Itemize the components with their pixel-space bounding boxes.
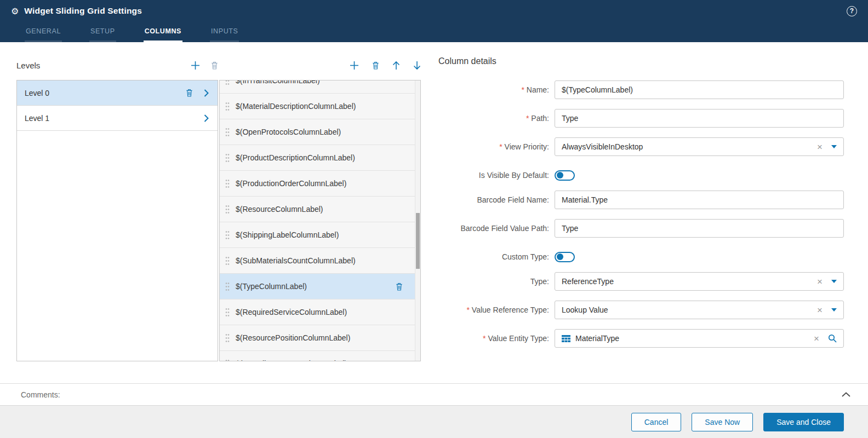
required-asterisk: * [521,85,524,94]
add-level-icon[interactable] [191,61,200,70]
drag-handle-icon[interactable] [225,256,232,266]
tab-columns[interactable]: COLUMNS [144,22,182,42]
field-label: Barcode Field Name: [438,195,549,204]
column-item[interactable]: $(ShippingLabelColumnLabel) [220,222,415,248]
type-select[interactable]: ReferenceType × [555,272,844,291]
move-up-icon[interactable] [392,61,400,70]
drag-handle-icon[interactable] [225,230,232,240]
value-reference-type-select[interactable]: Lookup Value × [555,301,844,319]
field-label: Type: [438,277,549,286]
column-label: $(ProductionOrderColumnLabel) [236,179,409,188]
column-label: $(OpenProtocolsColumnLabel) [236,128,409,136]
field-value: MaterialType [575,334,809,343]
delete-column-icon[interactable] [396,283,403,291]
column-label: $(ResourceColumnLabel) [236,205,409,214]
tab-inputs[interactable]: INPUTS [210,22,239,42]
delete-level-toolbar-icon[interactable] [211,61,218,70]
column-item[interactable]: $(ProductDescriptionColumnLabel) [220,145,415,171]
scrollbar[interactable] [415,80,420,361]
column-item[interactable]: $(SamplingPatternColumnLabel) [220,351,415,361]
path-input[interactable]: Type [555,109,844,128]
drag-handle-icon[interactable] [225,359,232,362]
delete-column-toolbar-icon[interactable] [372,61,379,70]
clear-icon[interactable]: × [817,277,823,286]
drag-handle-icon[interactable] [225,153,232,163]
name-input[interactable]: $(TypeColumnLabel) [555,80,844,99]
is-visible-by-default-toggle[interactable] [555,170,575,181]
column-item[interactable]: $(ProductionOrderColumnLabel) [220,171,415,197]
form-row-custom-type: Custom Type: [438,247,844,266]
column-item[interactable]: $(SubMaterialsCountColumnLabel) [220,248,415,274]
chevron-right-icon[interactable] [204,114,209,122]
field-label: * Value Reference Type: [438,306,549,314]
form-row-name: * Name: $(TypeColumnLabel) [438,80,844,99]
value-entity-type-picker[interactable]: MaterialType × [555,329,844,348]
column-item[interactable]: $(RequiredServiceColumnLabel) [220,299,415,325]
levels-toolbar: Levels [16,56,218,74]
level-label: Level 1 [25,114,204,123]
drag-handle-icon[interactable] [225,102,232,111]
caret-down-icon[interactable] [831,280,837,283]
search-icon[interactable] [828,334,837,343]
clear-icon[interactable]: × [817,306,823,315]
column-label: $(RequiredServiceColumnLabel) [236,308,409,316]
column-item[interactable]: $(InTransitColumnLabel) [220,80,415,94]
field-label: * Name: [438,85,549,94]
columns-toolbar [219,56,421,74]
move-down-icon[interactable] [413,61,421,70]
add-column-icon[interactable] [350,61,359,70]
field-value: ReferenceType [562,277,813,286]
save-now-button[interactable]: Save Now [692,413,753,431]
column-item[interactable]: $(ResourcePositionColumnLabel) [220,325,415,351]
toggle-knob [557,253,563,260]
field-value: $(TypeColumnLabel) [562,85,837,94]
clear-icon[interactable]: × [814,334,819,343]
custom-type-toggle[interactable] [555,252,575,262]
drag-handle-icon[interactable] [225,205,232,214]
column-item[interactable]: $(TypeColumnLabel) [220,274,415,299]
drag-handle-icon[interactable] [225,179,232,188]
save-and-close-button[interactable]: Save and Close [763,413,844,431]
clear-icon[interactable]: × [817,142,823,152]
tab-general[interactable]: GENERAL [25,22,62,42]
column-label: $(MaterialDescriptionColumnLabel) [236,102,409,111]
drag-handle-icon[interactable] [225,308,232,317]
level-item-level-1[interactable]: Level 1 [17,106,218,131]
tab-setup[interactable]: SETUP [89,22,116,42]
column-label: $(SamplingPatternColumnLabel) [236,359,409,361]
caret-down-icon[interactable] [831,308,837,312]
drag-handle-icon[interactable] [225,282,232,291]
chevron-right-icon[interactable] [204,89,209,97]
column-label: $(TypeColumnLabel) [236,282,396,291]
form-row-view-priority: * View Priority: AlwaysVisibleInDesktop … [438,137,844,156]
field-value: AlwaysVisibleInDesktop [562,142,813,151]
comments-label: Comments: [21,390,60,399]
gear-icon: ⚙ [11,6,19,16]
column-label: $(SubMaterialsCountColumnLabel) [236,256,409,265]
caret-down-icon[interactable] [831,145,837,148]
column-item[interactable]: $(OpenProtocolsColumnLabel) [220,119,415,145]
form-row-barcode-field-name: Barcode Field Name: Material.Type [438,191,844,209]
level-item-level-0[interactable]: Level 0 [17,80,218,106]
form-row-path: * Path: Type [438,109,844,128]
view-priority-select[interactable]: AlwaysVisibleInDesktop × [555,137,844,156]
column-item[interactable]: $(ResourceColumnLabel) [220,197,415,222]
scrollbar-thumb[interactable] [416,213,420,269]
column-item[interactable]: $(MaterialDescriptionColumnLabel) [220,94,415,119]
barcode-field-name-input[interactable]: Material.Type [555,191,844,209]
barcode-field-value-path-input[interactable]: Type [555,219,844,238]
column-label: $(ShippingLabelColumnLabel) [236,230,409,239]
field-label: Custom Type: [438,252,549,261]
drag-handle-icon[interactable] [225,333,232,343]
levels-list: Level 0 Level 1 [16,80,218,361]
chevron-up-icon[interactable] [842,392,850,397]
drag-handle-icon[interactable] [225,80,232,85]
help-icon[interactable]: ? [847,6,857,16]
cancel-button[interactable]: Cancel [631,413,682,431]
delete-level-icon[interactable] [186,89,193,97]
form-row-is-visible-by-default: Is Visible By Default: [438,166,844,185]
drag-handle-icon[interactable] [225,128,232,137]
entity-table-icon [562,335,570,342]
required-asterisk: * [467,306,470,314]
column-label: $(InTransitColumnLabel) [236,80,409,85]
